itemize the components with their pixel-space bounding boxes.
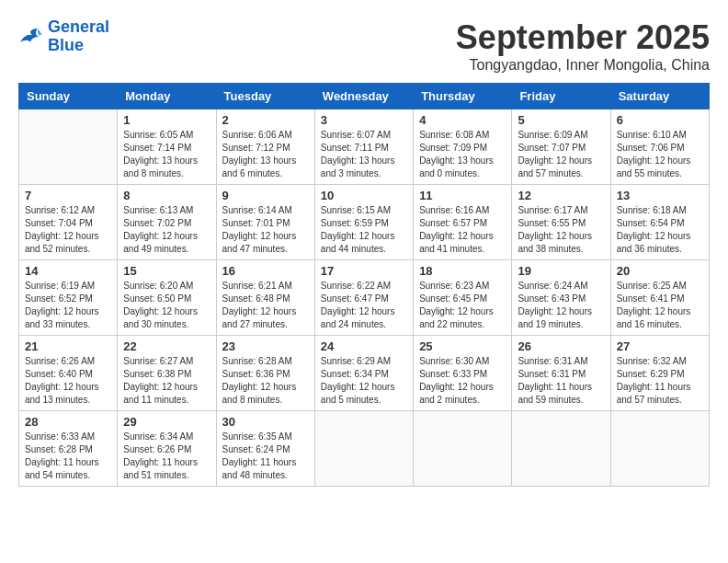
day-info: Sunrise: 6:19 AMSunset: 6:52 PMDaylight:… (25, 280, 111, 331)
calendar-week-row: 28Sunrise: 6:33 AMSunset: 6:28 PMDayligh… (19, 411, 710, 487)
logo-icon (18, 27, 44, 47)
calendar-cell: 13Sunrise: 6:18 AMSunset: 6:54 PMDayligh… (610, 185, 709, 260)
calendar-cell: 6Sunrise: 6:10 AMSunset: 7:06 PMDaylight… (610, 109, 709, 185)
day-info: Sunrise: 6:08 AMSunset: 7:09 PMDaylight:… (419, 129, 506, 180)
day-number: 18 (419, 264, 506, 278)
day-number: 23 (222, 339, 309, 353)
weekday-header: Monday (118, 84, 216, 109)
day-number: 7 (25, 189, 111, 202)
day-info: Sunrise: 6:32 AMSunset: 6:29 PMDaylight:… (617, 355, 703, 407)
calendar-cell (610, 411, 709, 487)
calendar-week-row: 14Sunrise: 6:19 AMSunset: 6:52 PMDayligh… (19, 260, 710, 336)
weekday-header: Friday (512, 84, 610, 109)
day-info: Sunrise: 6:33 AMSunset: 6:28 PMDaylight:… (25, 431, 111, 482)
day-number: 26 (518, 339, 604, 353)
calendar-cell (414, 411, 512, 487)
day-number: 20 (617, 264, 703, 278)
day-info: Sunrise: 6:22 AMSunset: 6:47 PMDaylight:… (321, 280, 407, 331)
day-info: Sunrise: 6:09 AMSunset: 7:07 PMDaylight:… (518, 129, 604, 180)
day-number: 10 (321, 189, 407, 202)
day-number: 25 (419, 339, 506, 353)
day-info: Sunrise: 6:13 AMSunset: 7:02 PMDaylight:… (123, 204, 210, 256)
calendar-cell: 25Sunrise: 6:30 AMSunset: 6:33 PMDayligh… (414, 336, 512, 411)
day-number: 6 (617, 113, 703, 127)
calendar-header-row: SundayMondayTuesdayWednesdayThursdayFrid… (19, 84, 710, 109)
day-info: Sunrise: 6:25 AMSunset: 6:41 PMDaylight:… (617, 280, 703, 331)
day-number: 1 (123, 113, 210, 127)
calendar-cell: 10Sunrise: 6:15 AMSunset: 6:59 PMDayligh… (314, 185, 413, 260)
day-info: Sunrise: 6:12 AMSunset: 7:04 PMDaylight:… (25, 204, 111, 256)
calendar-week-row: 1Sunrise: 6:05 AMSunset: 7:14 PMDaylight… (19, 109, 710, 185)
calendar-cell: 9Sunrise: 6:14 AMSunset: 7:01 PMDaylight… (216, 185, 314, 260)
calendar-cell: 4Sunrise: 6:08 AMSunset: 7:09 PMDaylight… (414, 109, 512, 185)
day-info: Sunrise: 6:24 AMSunset: 6:43 PMDaylight:… (518, 280, 604, 331)
calendar-cell: 26Sunrise: 6:31 AMSunset: 6:31 PMDayligh… (512, 336, 610, 411)
weekday-header: Sunday (19, 84, 118, 109)
day-info: Sunrise: 6:15 AMSunset: 6:59 PMDaylight:… (321, 204, 407, 256)
day-info: Sunrise: 6:10 AMSunset: 7:06 PMDaylight:… (617, 129, 703, 180)
day-info: Sunrise: 6:27 AMSunset: 6:38 PMDaylight:… (123, 355, 210, 407)
day-number: 2 (222, 113, 309, 127)
calendar-cell: 2Sunrise: 6:06 AMSunset: 7:12 PMDaylight… (216, 109, 314, 185)
calendar-cell: 30Sunrise: 6:35 AMSunset: 6:24 PMDayligh… (216, 411, 314, 487)
day-number: 16 (222, 264, 309, 278)
calendar-cell: 7Sunrise: 6:12 AMSunset: 7:04 PMDaylight… (19, 185, 118, 260)
calendar-cell: 14Sunrise: 6:19 AMSunset: 6:52 PMDayligh… (19, 260, 118, 336)
calendar-cell: 18Sunrise: 6:23 AMSunset: 6:45 PMDayligh… (414, 260, 512, 336)
day-info: Sunrise: 6:30 AMSunset: 6:33 PMDaylight:… (419, 355, 506, 407)
calendar-cell: 15Sunrise: 6:20 AMSunset: 6:50 PMDayligh… (118, 260, 216, 336)
day-info: Sunrise: 6:34 AMSunset: 6:26 PMDaylight:… (123, 431, 210, 482)
day-info: Sunrise: 6:31 AMSunset: 6:31 PMDaylight:… (518, 355, 604, 407)
calendar-cell: 20Sunrise: 6:25 AMSunset: 6:41 PMDayligh… (610, 260, 709, 336)
day-number: 29 (123, 415, 210, 429)
day-info: Sunrise: 6:17 AMSunset: 6:55 PMDaylight:… (518, 204, 604, 256)
day-number: 28 (25, 415, 111, 429)
calendar-cell: 28Sunrise: 6:33 AMSunset: 6:28 PMDayligh… (19, 411, 118, 487)
calendar-cell: 29Sunrise: 6:34 AMSunset: 6:26 PMDayligh… (118, 411, 216, 487)
day-info: Sunrise: 6:07 AMSunset: 7:11 PMDaylight:… (321, 129, 407, 180)
calendar-cell: 3Sunrise: 6:07 AMSunset: 7:11 PMDaylight… (314, 109, 413, 185)
day-number: 11 (419, 189, 506, 202)
calendar-cell: 22Sunrise: 6:27 AMSunset: 6:38 PMDayligh… (118, 336, 216, 411)
day-info: Sunrise: 6:18 AMSunset: 6:54 PMDaylight:… (617, 204, 703, 256)
day-number: 8 (123, 189, 210, 202)
logo: General Blue (18, 18, 109, 55)
day-number: 12 (518, 189, 604, 202)
day-info: Sunrise: 6:20 AMSunset: 6:50 PMDaylight:… (123, 280, 210, 331)
day-number: 15 (123, 264, 210, 278)
weekday-header: Thursday (414, 84, 512, 109)
day-number: 13 (617, 189, 703, 202)
calendar-cell (19, 109, 118, 185)
calendar-cell: 21Sunrise: 6:26 AMSunset: 6:40 PMDayligh… (19, 336, 118, 411)
day-number: 9 (222, 189, 309, 202)
calendar-cell: 19Sunrise: 6:24 AMSunset: 6:43 PMDayligh… (512, 260, 610, 336)
day-number: 27 (617, 339, 703, 353)
day-number: 22 (123, 339, 210, 353)
calendar-cell: 17Sunrise: 6:22 AMSunset: 6:47 PMDayligh… (314, 260, 413, 336)
weekday-header: Saturday (610, 84, 709, 109)
month-title: September 2025 (456, 18, 710, 57)
day-number: 4 (419, 113, 506, 127)
weekday-header: Wednesday (314, 84, 413, 109)
day-number: 24 (321, 339, 407, 353)
calendar-cell: 12Sunrise: 6:17 AMSunset: 6:55 PMDayligh… (512, 185, 610, 260)
calendar-cell: 27Sunrise: 6:32 AMSunset: 6:29 PMDayligh… (610, 336, 709, 411)
calendar-cell: 24Sunrise: 6:29 AMSunset: 6:34 PMDayligh… (314, 336, 413, 411)
calendar-cell: 1Sunrise: 6:05 AMSunset: 7:14 PMDaylight… (118, 109, 216, 185)
day-info: Sunrise: 6:06 AMSunset: 7:12 PMDaylight:… (222, 129, 309, 180)
location-subtitle: Tongyangdao, Inner Mongolia, China (456, 57, 710, 74)
calendar-cell: 8Sunrise: 6:13 AMSunset: 7:02 PMDaylight… (118, 185, 216, 260)
day-info: Sunrise: 6:26 AMSunset: 6:40 PMDaylight:… (25, 355, 111, 407)
day-info: Sunrise: 6:23 AMSunset: 6:45 PMDaylight:… (419, 280, 506, 331)
calendar-cell (314, 411, 413, 487)
calendar-cell: 11Sunrise: 6:16 AMSunset: 6:57 PMDayligh… (414, 185, 512, 260)
day-info: Sunrise: 6:05 AMSunset: 7:14 PMDaylight:… (123, 129, 210, 180)
day-number: 21 (25, 339, 111, 353)
day-info: Sunrise: 6:14 AMSunset: 7:01 PMDaylight:… (222, 204, 309, 256)
calendar-cell: 16Sunrise: 6:21 AMSunset: 6:48 PMDayligh… (216, 260, 314, 336)
page-header: General Blue September 2025 Tongyangdao,… (18, 18, 710, 74)
day-info: Sunrise: 6:35 AMSunset: 6:24 PMDaylight:… (222, 431, 309, 482)
day-info: Sunrise: 6:21 AMSunset: 6:48 PMDaylight:… (222, 280, 309, 331)
logo-text: General Blue (48, 18, 109, 55)
day-number: 5 (518, 113, 604, 127)
